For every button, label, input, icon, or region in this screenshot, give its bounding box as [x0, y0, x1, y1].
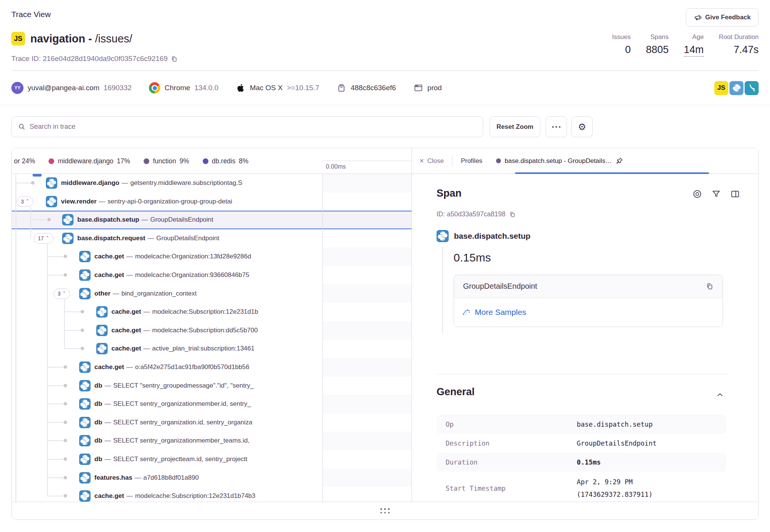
split-panel-icon[interactable]: [730, 189, 740, 199]
op-desc-separator: —: [102, 419, 113, 426]
settings-gear-button[interactable]: ⚙: [571, 116, 593, 137]
give-feedback-button[interactable]: Give Feedback: [686, 8, 759, 27]
avatar: YY: [11, 82, 23, 94]
tree-connector-dot: [64, 365, 67, 369]
trace-meta-row: YY yuval@pangea-ai.com 1690332 Chrome 13…: [11, 71, 759, 105]
tree-connector-dot: [64, 255, 67, 258]
span-op: db: [94, 382, 102, 389]
python-icon: [79, 251, 91, 262]
tree-connector: [47, 385, 65, 386]
span-op: cache.get: [94, 492, 124, 499]
span-description: SELECT sentry_organizationmember_teams.i…: [113, 437, 250, 444]
legend-item: middleware.django17%: [49, 157, 130, 165]
drawer-body: Span ID: a50: [412, 174, 759, 502]
environment-meta: prod: [413, 83, 442, 93]
op-desc-separator: —: [102, 455, 113, 463]
chevron-up-icon: ⌃: [63, 291, 66, 296]
tree-connector: [47, 496, 65, 496]
more-samples-link[interactable]: More Samples: [475, 308, 526, 317]
op-desc-separator: —: [102, 382, 113, 389]
user-id: 1690332: [103, 84, 131, 92]
tree-connector: [47, 256, 65, 257]
tree-connector-dot: [81, 310, 84, 313]
row-stripe: [322, 395, 412, 413]
tab-span-details[interactable]: base.dispatch.setup - GroupDetails…: [496, 157, 624, 165]
tree-connector: [16, 183, 33, 183]
legend-color-dot: [49, 158, 54, 164]
tree-connector-dot: [64, 384, 67, 387]
search-input[interactable]: [30, 123, 477, 131]
tree-connector-dot: [64, 476, 67, 479]
row-stripe: [322, 247, 412, 266]
tree-connector: [47, 440, 65, 441]
search-icon: [18, 123, 26, 131]
python-icon: [79, 398, 91, 410]
span-name-cell: db—SELECT sentry_organization.id, sentry…: [12, 413, 322, 432]
javascript-platform-icon: JS: [11, 32, 25, 45]
expand-collapse-badge[interactable]: 3 ⌃: [17, 196, 33, 207]
more-options-button[interactable]: [546, 116, 567, 137]
user-meta: YY yuval@pangea-ai.com 1690332: [11, 82, 131, 94]
kv-value: Apr 2, 9:29 PM(1743629372.837911): [577, 476, 717, 501]
copy-icon[interactable]: [171, 55, 178, 63]
tree-connector: [64, 330, 82, 331]
expand-collapse-badge[interactable]: 17 ⌃: [34, 233, 53, 244]
stat-spans: Spans 8805: [646, 33, 669, 57]
reset-zoom-button[interactable]: Reset Zoom: [490, 116, 540, 137]
window-icon: [413, 83, 423, 93]
op-desc-separator: —: [146, 235, 157, 242]
chevron-up-icon[interactable]: [716, 391, 724, 399]
span-id: ID: a50d33a597ca8198: [437, 210, 516, 218]
pin-icon[interactable]: [615, 157, 623, 165]
stat-value: 8805: [646, 44, 669, 56]
legend-label: db.redis: [212, 157, 235, 165]
tree-connector-dot: [64, 439, 67, 442]
general-row-duration: Duration0.15ms: [437, 453, 726, 472]
legend-color-dot: [203, 158, 208, 164]
chevron-up-icon: ⌃: [46, 235, 49, 240]
user-email: yuval@pangea-ai.com: [28, 84, 99, 92]
legend-item: function9%: [144, 157, 189, 165]
close-drawer-button[interactable]: × Close: [419, 156, 444, 165]
op-desc-separator: —: [139, 216, 150, 223]
tree-connector-dot: [64, 273, 67, 277]
browser-version: 134.0.0: [194, 84, 218, 92]
span-description: SELECT "sentry_groupedmessage"."id", "se…: [113, 382, 254, 389]
span-name-cell: db—SELECT "sentry_groupedmessage"."id", …: [12, 377, 322, 395]
copy-icon[interactable]: [706, 282, 714, 290]
copy-icon[interactable]: [509, 211, 516, 218]
python-icon: [79, 417, 91, 428]
browser-name: Chrome: [164, 84, 190, 92]
span-description: active_plan_trial:subscription:13461: [152, 345, 254, 352]
legend-pct: 17%: [117, 157, 130, 165]
expand-collapse-badge[interactable]: 3 ⌃: [53, 288, 70, 299]
give-feedback-label: Give Feedback: [705, 14, 751, 21]
python-icon: [46, 196, 57, 207]
timeline-column-divider[interactable]: [322, 148, 323, 502]
tree-connector-dot: [47, 218, 51, 221]
tree-connector: [64, 311, 82, 312]
child-count: 3: [58, 291, 61, 297]
op-desc-separator: —: [124, 363, 135, 371]
kv-key: Description: [446, 440, 577, 447]
span-heading: Span: [437, 188, 462, 199]
funnel-icon[interactable]: [711, 189, 721, 199]
focus-icon[interactable]: [692, 189, 702, 199]
resize-handle[interactable]: [380, 508, 390, 513]
drawer-guide-line: [442, 247, 443, 333]
stat-value[interactable]: 14m: [684, 44, 704, 57]
platform-badge-python: [729, 81, 743, 95]
span-name-cell: cache.get—modelcache:Subscription:dd5c5b…: [12, 321, 322, 340]
trace-title-path: /issues/: [95, 33, 132, 45]
span-description: SELECT sentry_organizationmember.id, sen…: [113, 400, 251, 407]
tab-profiles[interactable]: Profiles: [461, 157, 482, 165]
span-op: base.dispatch.request: [77, 235, 146, 242]
span-op: cache.get: [94, 271, 124, 279]
tree-connector-dot: [64, 421, 67, 424]
page-title: Trace View: [11, 10, 51, 19]
span-description: modelcache:Organization:13fd28e9286d: [135, 253, 251, 260]
span-op: db: [94, 455, 102, 463]
tree-connector-dot: [64, 457, 67, 461]
legend-label: function: [153, 157, 176, 165]
timeline-header: 0.00ms: [322, 148, 412, 174]
